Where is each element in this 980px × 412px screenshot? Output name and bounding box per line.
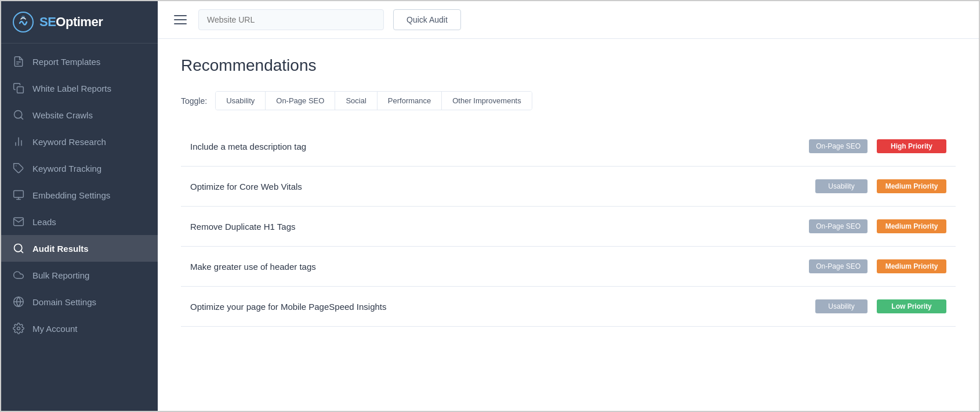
sidebar-item-label: Embedding Settings	[32, 190, 110, 200]
svg-line-6	[21, 117, 23, 120]
recommendation-item: Remove Duplicate H1 Tags On-Page SEO Med…	[181, 207, 956, 247]
app-logo-text: SEOptimer	[39, 15, 103, 30]
sidebar-nav: Report Templates White Label Reports Web…	[1, 44, 158, 411]
search-icon	[13, 243, 24, 254]
seoptimer-logo-icon	[13, 12, 34, 32]
sidebar-item-label: Domain Settings	[32, 297, 96, 307]
tag-icon	[13, 162, 24, 174]
sidebar-item-keyword-tracking[interactable]: Keyword Tracking	[1, 155, 158, 182]
sidebar-item-label: Keyword Research	[32, 137, 106, 147]
globe-icon	[13, 296, 24, 308]
sidebar-logo: SEOptimer	[1, 1, 158, 44]
priority-badge: Medium Priority	[877, 259, 946, 273]
svg-rect-4	[17, 87, 24, 93]
toggle-performance[interactable]: Performance	[378, 92, 442, 110]
sidebar: SEOptimer Report Templates White Label R…	[1, 1, 158, 411]
gear-icon	[13, 323, 24, 334]
toggle-bar: Toggle: Usability On-Page SEO Social Per…	[181, 91, 956, 110]
toggle-social[interactable]: Social	[335, 92, 377, 110]
bar-chart-icon	[13, 136, 24, 147]
url-input[interactable]	[198, 9, 384, 30]
cloud-icon	[13, 269, 24, 281]
sidebar-item-label: Report Templates	[32, 57, 100, 67]
priority-badge: High Priority	[877, 139, 946, 153]
category-badge: On-Page SEO	[809, 139, 868, 153]
sidebar-item-leads[interactable]: Leads	[1, 208, 158, 235]
file-icon	[13, 56, 24, 67]
page-body: Recommendations Toggle: Usability On-Pag…	[158, 39, 979, 411]
monitor-icon	[13, 189, 24, 201]
category-badge: On-Page SEO	[809, 219, 868, 233]
recommendation-item: Optimize your page for Mobile PageSpeed …	[181, 287, 956, 327]
priority-badge: Low Priority	[877, 299, 946, 313]
mail-icon	[13, 216, 24, 227]
priority-badge: Medium Priority	[877, 179, 946, 193]
toggle-buttons: Usability On-Page SEO Social Performance…	[215, 91, 532, 110]
toggle-on-page-seo[interactable]: On-Page SEO	[266, 92, 335, 110]
category-badge: Usability	[815, 179, 868, 193]
rec-title: Remove Duplicate H1 Tags	[190, 222, 800, 232]
sidebar-item-embedding-settings[interactable]: Embedding Settings	[1, 182, 158, 208]
sidebar-item-website-crawls[interactable]: Website Crawls	[1, 102, 158, 128]
toggle-label: Toggle:	[181, 96, 207, 106]
sidebar-item-label: My Account	[32, 324, 78, 334]
sidebar-item-white-label-reports[interactable]: White Label Reports	[1, 75, 158, 102]
sidebar-item-audit-results[interactable]: Audit Results	[1, 235, 158, 262]
hamburger-line	[174, 15, 187, 16]
sidebar-item-keyword-research[interactable]: Keyword Research	[1, 128, 158, 155]
quick-audit-button[interactable]: Quick Audit	[393, 9, 461, 30]
svg-rect-11	[14, 191, 24, 198]
header: Quick Audit	[158, 1, 979, 39]
sidebar-item-label: Keyword Tracking	[32, 164, 101, 174]
recommendation-item: Make greater use of header tags On-Page …	[181, 247, 956, 287]
svg-point-18	[17, 327, 20, 330]
recommendation-item: Include a meta description tag On-Page S…	[181, 127, 956, 167]
category-badge: On-Page SEO	[809, 259, 868, 273]
sidebar-item-domain-settings[interactable]: Domain Settings	[1, 288, 158, 315]
sidebar-item-label: White Label Reports	[32, 84, 111, 93]
sidebar-item-report-templates[interactable]: Report Templates	[1, 48, 158, 75]
rec-title: Optimize your page for Mobile PageSpeed …	[190, 302, 806, 312]
main-content: Quick Audit Recommendations Toggle: Usab…	[158, 1, 979, 411]
priority-badge: Medium Priority	[877, 219, 946, 233]
sidebar-item-bulk-reporting[interactable]: Bulk Reporting	[1, 262, 158, 288]
hamburger-button[interactable]	[172, 13, 189, 27]
rec-title: Make greater use of header tags	[190, 262, 800, 272]
rec-title: Include a meta description tag	[190, 142, 800, 151]
sidebar-item-label: Bulk Reporting	[32, 270, 89, 280]
sidebar-item-label: Website Crawls	[32, 110, 93, 120]
svg-line-15	[21, 251, 23, 253]
recommendations-list: Include a meta description tag On-Page S…	[181, 127, 956, 327]
page-title: Recommendations	[181, 56, 956, 75]
search-circle-icon	[13, 109, 24, 121]
rec-title: Optimize for Core Web Vitals	[190, 182, 806, 191]
hamburger-line	[174, 23, 187, 24]
hamburger-line	[174, 19, 187, 20]
toggle-usability[interactable]: Usability	[216, 92, 266, 110]
sidebar-item-label: Leads	[32, 217, 56, 227]
category-badge: Usability	[815, 299, 868, 313]
copy-icon	[13, 82, 24, 94]
sidebar-item-my-account[interactable]: My Account	[1, 315, 158, 342]
recommendation-item: Optimize for Core Web Vitals Usability M…	[181, 167, 956, 207]
sidebar-item-label: Audit Results	[32, 244, 89, 254]
toggle-other-improvements[interactable]: Other Improvements	[442, 92, 532, 110]
